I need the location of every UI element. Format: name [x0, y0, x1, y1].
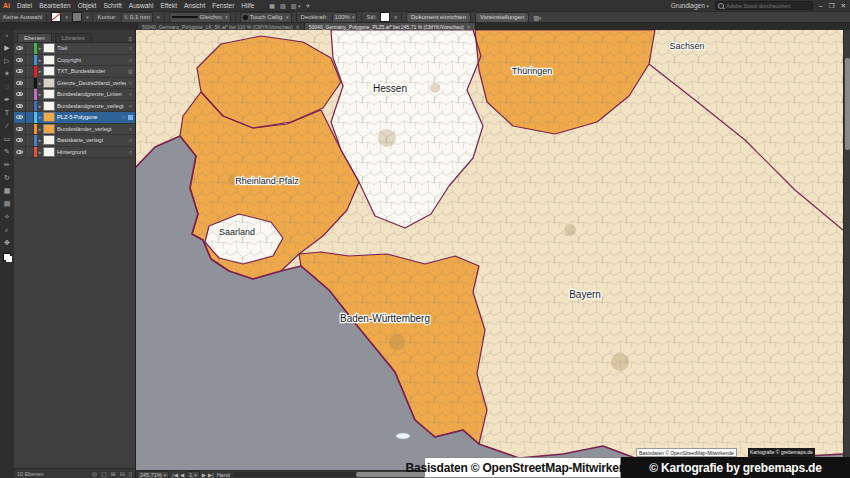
visibility-toggle[interactable]: [14, 55, 26, 66]
rotate-tool-icon[interactable]: ↻: [4, 171, 10, 184]
tab-libraries[interactable]: Libraries: [55, 33, 92, 42]
bridge-icon[interactable]: ▦: [269, 2, 275, 9]
gpu-performance-icon[interactable]: ✈: [306, 2, 311, 9]
pencil-tool-icon[interactable]: ✏: [4, 158, 10, 171]
zoom-tool-icon[interactable]: ⌕: [5, 223, 9, 236]
document-tab-active[interactable]: 50040_Germany_Polygone_PLZ5.ai* bei 245,…: [305, 23, 476, 30]
visibility-toggle[interactable]: [14, 78, 26, 89]
fill-stroke-indicator[interactable]: [3, 253, 12, 262]
artboard-number-select[interactable]: 1▾: [186, 471, 200, 478]
style-swatch[interactable]: [380, 12, 390, 22]
rectangle-tool-icon[interactable]: ▭: [4, 132, 11, 145]
menu-hilfe[interactable]: Hilfe: [241, 2, 254, 9]
tab-close-icon[interactable]: ✕: [467, 24, 471, 30]
style-dropdown-icon[interactable]: ▾: [394, 14, 397, 20]
menu-datei[interactable]: Datei: [17, 2, 32, 9]
brush-select[interactable]: Touch Callig. ▾: [240, 12, 292, 23]
stroke-weight-stepper[interactable]: ⇅ 0,1 mm: [121, 12, 153, 23]
layer-row-bundeslandgrenze-verlegt[interactable]: ▸ Bundeslandgrenze_verlegt ○: [14, 101, 135, 113]
stock-search-input[interactable]: [726, 3, 806, 9]
visibility-toggle[interactable]: [14, 124, 26, 135]
menu-ansicht[interactable]: Ansicht: [184, 2, 205, 9]
menu-objekt[interactable]: Objekt: [78, 2, 97, 9]
stepper-icon[interactable]: ⇅: [124, 14, 128, 20]
line-tool-icon[interactable]: ∕: [6, 119, 7, 132]
visibility-toggle[interactable]: [14, 43, 26, 54]
layer-row-basiskarte-verlegt[interactable]: ▸ Basiskarte_verlegt ○: [14, 135, 135, 147]
pen-tool-icon[interactable]: ✒: [4, 93, 10, 106]
restore-button[interactable]: ❐: [829, 2, 835, 10]
collapse-panel-icon[interactable]: »: [6, 32, 9, 38]
hand-tool-icon[interactable]: ✥: [4, 236, 10, 249]
stock-icon[interactable]: ▨: [280, 2, 286, 9]
width-profile-select[interactable]: Gleichm. ▾: [169, 12, 231, 23]
stroke-dropdown-icon[interactable]: ▾: [86, 14, 89, 20]
layer-row-copyright[interactable]: ▸ Copyright ○: [14, 55, 135, 67]
target-circle-icon[interactable]: ○: [126, 91, 135, 97]
stroke-weight-dropdown-icon[interactable]: ▾: [157, 14, 160, 20]
target-circle-icon[interactable]: ○: [126, 57, 135, 63]
selection-tool-icon[interactable]: ▶: [4, 41, 9, 54]
target-circle-icon[interactable]: ○: [126, 45, 135, 51]
visibility-toggle[interactable]: [14, 89, 26, 100]
last-artboard-button[interactable]: ▶|: [208, 472, 214, 478]
visibility-toggle[interactable]: [14, 147, 26, 158]
panel-options-icon[interactable]: ▥▾: [533, 14, 541, 21]
lasso-tool-icon[interactable]: ◌: [5, 80, 9, 93]
layer-row-hintergrund[interactable]: ▸ Hintergrund ○: [14, 147, 135, 159]
minimize-button[interactable]: –: [819, 2, 823, 10]
clipping-mask-icon[interactable]: ▢: [101, 470, 107, 477]
document-canvas[interactable]: Hessen Thüringen Sachsen Rheinland-Pfalz…: [135, 30, 850, 478]
close-button[interactable]: ✕: [841, 2, 846, 10]
menu-bearbeiten[interactable]: Bearbeiten: [39, 2, 70, 9]
visibility-toggle[interactable]: [14, 101, 26, 112]
target-circle-icon[interactable]: ○: [126, 80, 135, 86]
gradient-tool-icon[interactable]: ▤: [4, 197, 11, 210]
target-circle-icon[interactable]: ○: [126, 103, 135, 109]
next-artboard-button[interactable]: ▶: [202, 472, 206, 478]
locate-object-icon[interactable]: ◎: [92, 470, 97, 477]
magic-wand-tool-icon[interactable]: ✶: [4, 67, 10, 80]
target-circle-icon[interactable]: ◎: [126, 68, 135, 74]
visibility-toggle[interactable]: [14, 66, 26, 77]
layer-row-plz5-polygone-selected[interactable]: ▸ PLZ-5-Polygone ○: [14, 112, 135, 124]
layer-row-bundeslaender-verlegt[interactable]: ▸ Bundesländer_verlegt ○: [14, 124, 135, 136]
target-circle-icon[interactable]: ○: [126, 137, 135, 143]
eyedropper-tool-icon[interactable]: ✧: [4, 210, 10, 223]
tab-ebenen[interactable]: Ebenen: [17, 33, 52, 42]
layer-row-grenze-deutschland[interactable]: ▸ Grenze_Deutschland_verlegt ○: [14, 78, 135, 90]
direct-selection-tool-icon[interactable]: ▷: [4, 54, 9, 67]
tab-close-icon[interactable]: ✕: [296, 24, 300, 30]
menu-auswahl[interactable]: Auswahl: [129, 2, 154, 9]
new-layer-icon[interactable]: ⊟: [120, 470, 125, 477]
layer-row-bundeslandgrenze-linien[interactable]: ▸ Bundeslandgrenze_Linien ○: [14, 89, 135, 101]
preferences-button[interactable]: Voreinstellungen: [475, 12, 529, 23]
target-circle-icon[interactable]: ○: [119, 114, 128, 120]
menu-fenster[interactable]: Fenster: [212, 2, 234, 9]
target-circle-icon[interactable]: ○: [126, 149, 135, 155]
new-sublayer-icon[interactable]: ⊞: [111, 470, 116, 477]
workspace-switcher[interactable]: Grundlagen ▾: [671, 2, 709, 9]
layer-row-txt-bundeslaender[interactable]: ▸ TXT_Bundesländer ◎: [14, 66, 135, 78]
fill-dropdown-icon[interactable]: ▾: [65, 14, 68, 20]
stroke-color-swatch[interactable]: [72, 12, 82, 22]
previous-artboard-button[interactable]: ◀: [180, 472, 184, 478]
opacity-field[interactable]: 100% ▾: [332, 12, 358, 23]
zoom-level-select[interactable]: 245,71%▾: [137, 471, 169, 478]
mesh-tool-icon[interactable]: ▦: [4, 184, 11, 197]
delete-layer-icon[interactable]: ▯: [129, 470, 132, 477]
visibility-toggle[interactable]: [14, 112, 26, 123]
target-circle-icon[interactable]: ○: [126, 126, 135, 132]
paintbrush-tool-icon[interactable]: ✎: [4, 145, 10, 158]
vertical-scrollbar[interactable]: [843, 30, 850, 470]
panel-menu-icon[interactable]: ≡: [128, 36, 132, 42]
menu-schrift[interactable]: Schrift: [103, 2, 121, 9]
type-tool-icon[interactable]: T: [5, 106, 9, 119]
menu-effekt[interactable]: Effekt: [160, 2, 177, 9]
visibility-toggle[interactable]: [14, 135, 26, 146]
fill-color-swatch[interactable]: [51, 12, 61, 22]
layer-row-titel[interactable]: ▸ Titel ○: [14, 43, 135, 55]
vertical-scrollbar-thumb[interactable]: [845, 58, 850, 150]
document-tab-inactive[interactable]: 50040_Germany_Polygone_LK_5K.ai* bei 110…: [138, 23, 305, 30]
arrange-documents-icon[interactable]: ▥ ▾: [291, 2, 301, 9]
